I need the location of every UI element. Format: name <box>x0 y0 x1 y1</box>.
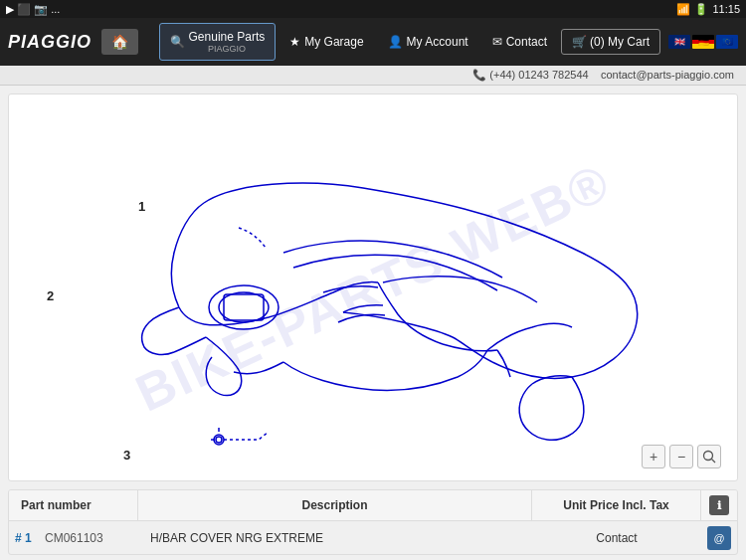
signal-icon: 📶 <box>676 3 690 16</box>
diagram-area: BIKE-PARTS WEB® 1 2 3 <box>8 93 738 481</box>
parts-diagram <box>85 123 661 452</box>
contact-bar: 📞 (+44) 01243 782544 contact@parts-piagg… <box>0 66 746 86</box>
zoom-out-button[interactable]: − <box>669 445 693 468</box>
row-number: # 1 <box>9 523 39 553</box>
row-part-number: CM061103 <box>39 523 138 553</box>
my-garage-link[interactable]: ★ My Garage <box>280 29 373 55</box>
phone-number: (+44) 01243 782544 <box>489 69 588 81</box>
row-price: Contact <box>532 523 701 553</box>
col-part-number: Part number <box>9 490 138 520</box>
col-info: ℹ <box>701 490 737 520</box>
cart-label: (0) My Cart <box>590 35 650 49</box>
genuine-parts-sub: PIAGGIO <box>189 44 266 54</box>
info-icon-button[interactable]: ℹ <box>709 495 729 515</box>
zoom-controls: + − <box>642 445 721 468</box>
flag-de[interactable]: 🇩🇪 <box>692 35 714 49</box>
cart-button[interactable]: 🛒 (0) My Cart <box>561 29 660 55</box>
svg-point-1 <box>219 292 269 322</box>
svg-line-8 <box>712 460 716 464</box>
star-icon: ★ <box>289 35 300 49</box>
genuine-parts-link[interactable]: 🔍 Genuine Parts PIAGGIO <box>159 23 277 61</box>
part-label-1: 1 <box>138 199 145 214</box>
flag-eu[interactable]: 🇪🇺 <box>716 35 738 49</box>
home-button[interactable]: 🏠 <box>101 29 138 55</box>
col-description: Description <box>138 490 532 520</box>
navbar: PIAGGIO 🏠 🔍 Genuine Parts PIAGGIO ★ My G… <box>0 18 746 66</box>
status-icons: ▶ ⬛ 📷 ... <box>6 3 60 16</box>
row-action: @ <box>701 522 737 554</box>
battery-icon: 🔋 <box>694 3 708 16</box>
status-right: 📶 🔋 11:15 <box>676 3 740 16</box>
contact-label: Contact <box>506 35 547 49</box>
svg-rect-2 <box>224 294 264 320</box>
table-row: # 1 CM061103 H/BAR COVER NRG EXTREME Con… <box>9 521 737 554</box>
my-account-link[interactable]: 👤 My Account <box>378 29 478 55</box>
add-to-cart-button[interactable]: @ <box>707 526 731 550</box>
table-header: Part number Description Unit Price Incl.… <box>9 490 737 521</box>
flag-gb[interactable]: 🇬🇧 <box>668 35 690 49</box>
diagram-container: BIKE-PARTS WEB® 1 2 3 <box>9 94 737 480</box>
cart-icon: 🛒 <box>572 35 587 49</box>
phone-icon: 📞 <box>472 69 489 81</box>
user-icon: 👤 <box>388 35 403 49</box>
status-bar: ▶ ⬛ 📷 ... 📶 🔋 11:15 <box>0 0 746 18</box>
genuine-parts-label: Genuine Parts <box>189 30 266 44</box>
col-price: Unit Price Incl. Tax <box>532 490 701 520</box>
zoom-reset-button[interactable] <box>697 445 721 468</box>
my-account-label: My Account <box>407 35 468 49</box>
nav-links: 🔍 Genuine Parts PIAGGIO ★ My Garage 👤 My… <box>159 23 738 61</box>
part-label-2: 2 <box>47 288 54 303</box>
row-description: H/BAR COVER NRG EXTREME <box>138 523 532 553</box>
parts-table: Part number Description Unit Price Incl.… <box>8 489 738 555</box>
zoom-in-button[interactable]: + <box>642 445 665 468</box>
search-icon: 🔍 <box>170 35 185 49</box>
email-address: contact@parts-piaggio.com <box>601 69 734 81</box>
time-display: 11:15 <box>712 3 740 15</box>
svg-point-4 <box>216 437 222 443</box>
part-label-3: 3 <box>123 448 130 463</box>
svg-point-7 <box>704 452 713 461</box>
status-left: ▶ ⬛ 📷 ... <box>6 3 60 16</box>
flag-group: 🇬🇧 🇩🇪 🇪🇺 <box>668 35 738 49</box>
contact-link[interactable]: ✉ Contact <box>482 29 557 55</box>
brand-logo: PIAGGIO <box>8 32 92 53</box>
mail-icon: ✉ <box>492 35 502 49</box>
my-garage-label: My Garage <box>304 35 363 49</box>
